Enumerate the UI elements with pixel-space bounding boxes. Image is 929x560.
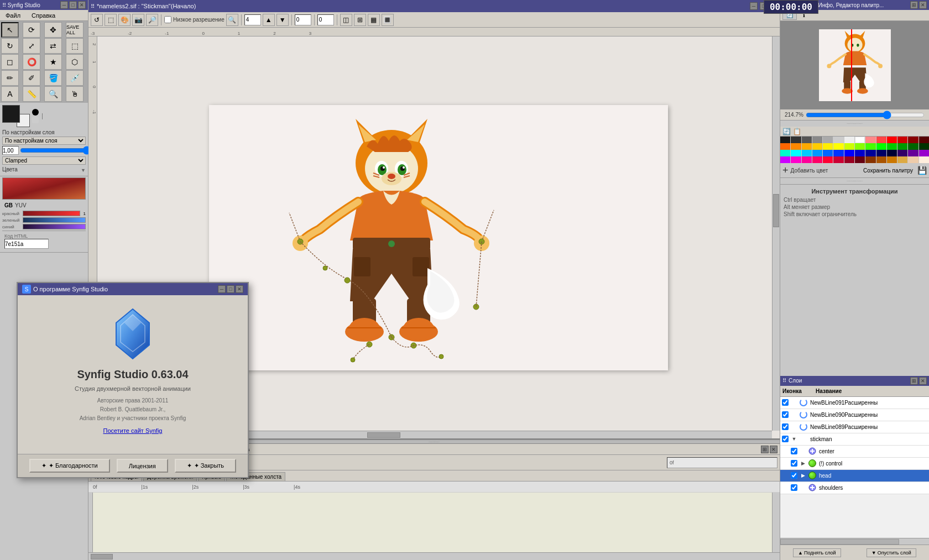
canvas-scroll-thumb-h[interactable] xyxy=(367,432,400,438)
color-chip-lt3[interactable] xyxy=(844,137,854,143)
view-btn-4[interactable]: 🔳 xyxy=(382,14,394,26)
layer-shoulders-checkbox[interactable] xyxy=(791,484,797,491)
tool-measure[interactable]: 📏 xyxy=(23,86,40,102)
pc-31[interactable] xyxy=(780,150,790,156)
pc-2e[interactable] xyxy=(919,143,929,150)
tool-pen[interactable]: ✏ xyxy=(1,70,19,86)
pc-36[interactable] xyxy=(833,150,843,156)
tool-select[interactable]: ✥ xyxy=(44,22,62,38)
tool-eyedrop[interactable]: 💉 xyxy=(66,70,83,86)
layer-control-expand[interactable]: ▶ xyxy=(799,460,807,466)
layer-control-checkbox[interactable] xyxy=(791,460,797,467)
color-chip-dk3[interactable] xyxy=(812,137,822,143)
resolution-check[interactable] xyxy=(164,16,171,23)
quality-btn[interactable]: 🔍 xyxy=(226,14,238,26)
tool-rotate[interactable]: ↻ xyxy=(1,38,19,54)
save-palette-icon[interactable]: 💾 xyxy=(917,166,927,175)
layer-1-checkbox[interactable] xyxy=(782,399,789,406)
layer-row-shoulders[interactable]: shoulders xyxy=(780,482,929,494)
canvas-tool-3[interactable]: 🎨 xyxy=(118,14,131,26)
tool-star[interactable]: ★ xyxy=(44,54,62,70)
layers-expand-btn[interactable]: ⊞ xyxy=(910,377,918,385)
toolbox-minimize-btn[interactable]: ─ xyxy=(60,1,68,9)
channel-bar-blue[interactable] xyxy=(23,224,86,229)
layer-head-check[interactable] xyxy=(789,472,799,479)
color-chip-dk1[interactable] xyxy=(791,137,801,143)
zoom-slider[interactable] xyxy=(806,112,925,118)
layer-row-3[interactable]: NewBLine089Расширенны xyxy=(780,421,929,433)
layers-close-btn[interactable]: ✕ xyxy=(919,377,927,385)
color-chip-r3[interactable] xyxy=(887,137,897,143)
tool-fill[interactable]: 🪣 xyxy=(44,70,62,86)
raise-layer-btn[interactable]: ▲ Поднять слой xyxy=(793,548,841,557)
color-chip-lt2[interactable] xyxy=(833,137,843,143)
pc-46[interactable] xyxy=(833,156,843,163)
layer-stickman-check[interactable] xyxy=(780,436,790,442)
color-chip-r1[interactable] xyxy=(865,137,875,143)
menu-file[interactable]: Файл xyxy=(2,11,24,20)
layer-1-check[interactable] xyxy=(780,399,790,406)
pc-4d[interactable] xyxy=(908,156,918,163)
dialog-min-btn[interactable]: ─ xyxy=(218,285,226,293)
frame-down[interactable]: ▼ xyxy=(276,14,289,26)
dialog-close-x-btn[interactable]: ✕ xyxy=(236,285,243,293)
timeline-scrollbar-h[interactable] xyxy=(88,552,780,560)
pc-34[interactable] xyxy=(812,150,822,156)
pc-39[interactable] xyxy=(865,150,875,156)
color-chip-dk2[interactable] xyxy=(802,137,812,143)
frame-up[interactable]: ▲ xyxy=(263,14,275,26)
head-expand-arrow[interactable]: ▶ xyxy=(801,473,805,478)
layer-stickman-checkbox[interactable] xyxy=(782,436,789,442)
layer-shoulders-check[interactable] xyxy=(789,484,799,491)
tool-rectangle[interactable]: ◻ xyxy=(1,54,19,70)
pc-3c[interactable] xyxy=(897,150,907,156)
opacity-input[interactable] xyxy=(2,146,19,155)
pc-43[interactable] xyxy=(802,156,812,163)
tool-zoom[interactable]: 🔍 xyxy=(44,86,62,102)
add-color-btn[interactable]: + xyxy=(782,165,789,175)
layer-head-expand[interactable]: ▶ xyxy=(799,473,807,478)
pc-3b[interactable] xyxy=(887,150,897,156)
layer-2-checkbox[interactable] xyxy=(782,411,789,418)
pc-28[interactable] xyxy=(855,143,865,150)
layer-3-checkbox[interactable] xyxy=(782,423,789,430)
foreground-color-box[interactable] xyxy=(2,105,20,123)
palette-tab-icon-2[interactable]: 📋 xyxy=(793,128,801,135)
timeline-close-btn[interactable]: ✕ xyxy=(770,446,777,453)
pc-32[interactable] xyxy=(791,150,801,156)
color-chip-r6[interactable] xyxy=(919,137,929,143)
stickman-expand-arrow[interactable]: ▼ xyxy=(792,436,797,442)
layer-row-control[interactable]: ▶ (!) control xyxy=(780,458,929,470)
layers-scroll-thumb[interactable] xyxy=(780,539,899,545)
channel-bar-green[interactable] xyxy=(23,217,86,223)
dialog-thanks-btn[interactable]: ✦ ✦ Благодарности xyxy=(29,459,110,473)
pc-27[interactable] xyxy=(844,143,854,150)
layer-head-checkbox[interactable] xyxy=(791,472,797,479)
view-btn-2[interactable]: ⊞ xyxy=(354,14,366,26)
pc-2c[interactable] xyxy=(897,143,907,150)
tool-scale[interactable]: ⤢ xyxy=(23,38,40,54)
pc-42[interactable] xyxy=(791,156,801,163)
pc-35[interactable] xyxy=(823,150,833,156)
layer-row-center[interactable]: center xyxy=(780,446,929,458)
tool-duplicate[interactable]: ⬚ xyxy=(66,38,83,54)
canvas-tool-2[interactable]: ⬚ xyxy=(105,14,117,26)
canvas-tool-1[interactable]: ↺ xyxy=(91,14,103,26)
timeline-scroll-thumb[interactable] xyxy=(91,554,113,559)
time-input-1[interactable] xyxy=(295,14,311,25)
pc-48[interactable] xyxy=(855,156,865,163)
layer-row-2[interactable]: NewBLine090Расширенны xyxy=(780,409,929,421)
tool-transform[interactable]: ↖ xyxy=(1,22,19,38)
control-expand-arrow[interactable]: ▶ xyxy=(801,460,805,466)
menu-help[interactable]: Справка xyxy=(28,11,59,20)
tool-scroll[interactable]: 🖱 xyxy=(66,86,83,102)
pc-3d[interactable] xyxy=(908,150,918,156)
pc-2a[interactable] xyxy=(876,143,886,150)
view-btn-3[interactable]: ▦ xyxy=(368,14,380,26)
pc-4a[interactable] xyxy=(876,156,886,163)
canvas-tool-5[interactable]: 🔎 xyxy=(146,14,158,26)
tool-draw[interactable]: ✐ xyxy=(23,70,40,86)
pc-33[interactable] xyxy=(802,150,812,156)
pc-24[interactable] xyxy=(812,143,822,150)
layer-2-check[interactable] xyxy=(780,411,790,418)
